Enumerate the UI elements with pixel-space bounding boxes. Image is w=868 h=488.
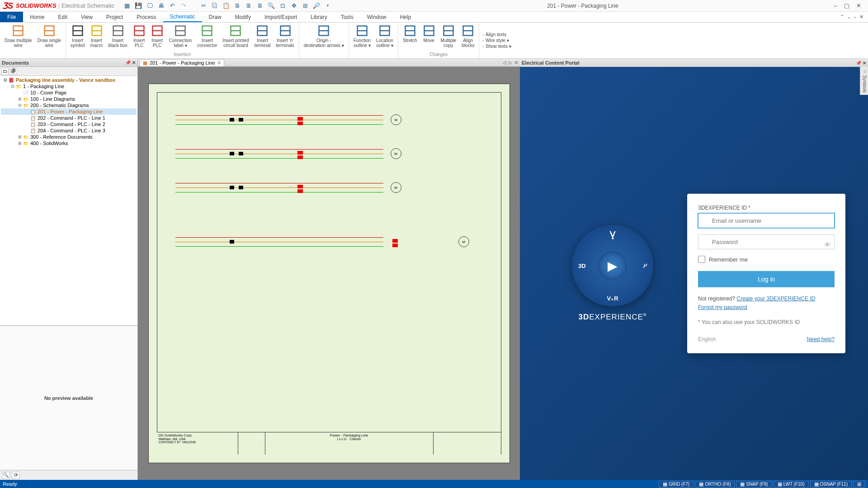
panel-close-icon[interactable]: ✕	[132, 60, 136, 65]
tree-node[interactable]: 📋202 - Command - PLC - Line 1	[1, 115, 137, 121]
tree-expander-icon[interactable]: ⊟	[10, 84, 15, 89]
status-snap[interactable]: ▦SNAP (F9)	[736, 481, 772, 488]
menu-schematic[interactable]: Schematic	[163, 12, 202, 22]
insert-terminal[interactable]: Insert terminal	[252, 23, 274, 52]
tree-node[interactable]: ⊟📁200 - Schematic Diagrams	[1, 102, 137, 108]
tree-node[interactable]: 📋203 - Command - PLC - Line 2	[1, 121, 137, 127]
tree-expander-icon[interactable]: ⊞	[17, 135, 23, 139]
need-help-link[interactable]: Need help?	[807, 336, 835, 342]
tab-prev-icon[interactable]: ◁	[503, 60, 506, 65]
menu-draw[interactable]: Draw	[202, 12, 228, 22]
menu-modify[interactable]: Modify	[228, 12, 258, 22]
menu-library[interactable]: Library	[304, 12, 334, 22]
qat-search-icon[interactable]: 🔎	[313, 2, 320, 9]
qat-save-icon[interactable]: 💾	[135, 2, 142, 9]
qat-undo-icon[interactable]: ↶	[169, 2, 176, 9]
tree-node[interactable]: 📄10 - Cover Page	[1, 89, 137, 96]
mdi-max-icon[interactable]: ▫	[854, 14, 856, 20]
tree-expander-icon[interactable]: ⊟	[17, 103, 23, 108]
language-selector[interactable]: English	[698, 336, 716, 342]
insert-pcb[interactable]: Insert printed circuit board	[220, 23, 251, 52]
menu-help[interactable]: Help	[393, 12, 418, 22]
wire-style[interactable]: ▫Wire style ▾	[482, 38, 511, 43]
tree-node[interactable]: ⊞📁100 - Line Diagrams	[1, 96, 137, 102]
compass-icon[interactable]: V͎ V₊R 3D i² ▶	[572, 225, 653, 306]
connection-label[interactable]: Connection label ▾	[166, 23, 195, 52]
qat-tool3-icon[interactable]: 🗎	[256, 2, 264, 9]
tab-tree-icon[interactable]: 🗀	[1, 68, 9, 75]
remember-row[interactable]: Remember me	[698, 256, 835, 263]
tree-expander-icon[interactable]: ⊟	[3, 78, 8, 82]
eye-icon[interactable]: 👁	[824, 240, 831, 248]
status-lwt[interactable]: ▦LWT (F10)	[774, 481, 809, 488]
qat-paste-icon[interactable]: 📋	[222, 2, 230, 9]
menu-edit[interactable]: Edit	[51, 12, 74, 22]
close-icon[interactable]: ✕	[856, 2, 861, 9]
tab-close-all-icon[interactable]: ✕	[514, 60, 518, 65]
insert-macro[interactable]: Insert macro	[88, 23, 106, 52]
qat-print-icon[interactable]: 🖶	[157, 2, 165, 9]
qat-new-icon[interactable]: ▦	[123, 2, 131, 9]
tab-close-icon[interactable]: ✕	[217, 60, 221, 66]
show-texts[interactable]: ▫Show texts ▾	[482, 44, 511, 49]
draw-multiple-wire[interactable]: Draw multiple wire	[2, 23, 35, 56]
insert-plc2[interactable]: Insert PLC	[148, 23, 166, 52]
remember-checkbox[interactable]	[698, 256, 705, 263]
side-tab-symbols[interactable]: ☆ Symbols	[860, 67, 868, 95]
forgot-password-link[interactable]: Forgot my password	[698, 304, 747, 310]
maximize-icon[interactable]: ▢	[844, 2, 849, 9]
qat-zoom-icon[interactable]: 🔍	[268, 2, 275, 9]
move[interactable]: Move	[420, 23, 438, 52]
tab-next-icon[interactable]: ▷	[509, 60, 512, 65]
play-icon[interactable]: ▶	[598, 251, 627, 280]
menu-file[interactable]: File	[0, 12, 23, 22]
qat-screen-icon[interactable]: 🖵	[146, 2, 153, 9]
align-blocks[interactable]: Align blocks	[459, 23, 477, 52]
tree-node[interactable]: 📋204 - Command - PLC - Line 3	[1, 127, 137, 134]
menu-importexport[interactable]: Import/Export	[258, 12, 304, 22]
tree-node[interactable]: ⊞📁400 - SolidWorks	[1, 140, 137, 146]
minimize-icon[interactable]: –	[834, 2, 837, 9]
menu-project[interactable]: Project	[99, 12, 130, 22]
align-texts[interactable]: ▫Align texts	[482, 32, 511, 37]
insert-connector[interactable]: Insert connector	[194, 23, 220, 52]
mdi-min-icon[interactable]: –	[848, 14, 850, 20]
qat-cut-icon[interactable]: ✂	[200, 2, 207, 9]
status-extra-icon[interactable]: ⊞	[853, 481, 865, 488]
stretch[interactable]: Stretch	[400, 23, 420, 52]
function-outline[interactable]: Function outline ▾	[351, 23, 373, 56]
login-button[interactable]: Log in	[698, 271, 835, 287]
panel-pin-icon[interactable]: 📌	[125, 60, 131, 65]
drawing-canvas[interactable]: M M M	[138, 67, 520, 480]
username-input[interactable]	[698, 213, 835, 228]
insert-black-box[interactable]: Insert black box	[106, 23, 130, 52]
password-input[interactable]	[698, 235, 835, 249]
tree-node[interactable]: ⊟📁1 - Packaging Line	[1, 83, 137, 89]
preview-zoom-icon[interactable]: 🔍	[2, 472, 10, 479]
multiple-copy[interactable]: Multiple copy	[438, 23, 459, 52]
mdi-up-icon[interactable]: ⌃	[840, 14, 844, 20]
tree-node[interactable]: ⊟📕Packaging line assembly - Vance sandbo…	[1, 77, 137, 83]
tree-node[interactable]: ⊞📁300 - Reference Documents	[1, 134, 137, 140]
preview-refresh-icon[interactable]: ⟳	[12, 472, 20, 479]
qat-copy-icon[interactable]: ⿻	[211, 2, 218, 9]
qat-tool1-icon[interactable]: 🗎	[234, 2, 241, 9]
portal-close-icon[interactable]: ✕	[863, 61, 866, 66]
status-osnap[interactable]: ▦OSNAP (F11)	[810, 481, 852, 488]
status-ortho[interactable]: ▦ORTHO (F8)	[695, 481, 735, 488]
menu-tools[interactable]: Tools	[334, 12, 360, 22]
tree-expander-icon[interactable]: ⊞	[17, 141, 23, 145]
create-id-link[interactable]: Create your 3DEXPERIENCE ID	[736, 296, 815, 302]
location-outline[interactable]: Location outline ▾	[373, 23, 396, 56]
mdi-close-icon[interactable]: ✕	[859, 14, 863, 20]
qat-tool2-icon[interactable]: 🗎	[245, 2, 252, 9]
tab-list-icon[interactable]: 🗐	[10, 68, 17, 75]
qat-zoomfit-icon[interactable]: ⊡	[279, 2, 286, 9]
insert-plc[interactable]: Insert PLC	[130, 23, 148, 52]
qat-redo-icon[interactable]: ↷	[180, 2, 187, 9]
portal-pin-icon[interactable]: 📌	[856, 61, 861, 66]
menu-process[interactable]: Process	[130, 12, 163, 22]
qat-grid-icon[interactable]: ⊞	[302, 2, 309, 9]
qat-pan-icon[interactable]: ✥	[290, 2, 297, 9]
origin-dest[interactable]: Origin - destination arrows ▾	[301, 23, 347, 56]
